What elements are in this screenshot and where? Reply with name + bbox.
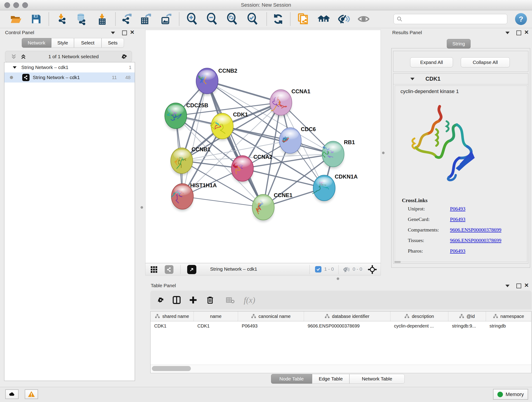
entry-expander-icon[interactable] [410,78,414,80]
tab-edge-table[interactable]: Edge Table [312,374,349,384]
table-settings-gear-icon[interactable] [155,295,166,305]
splitter-handle[interactable] [336,277,339,280]
gene-entry-body: cyclin-dependent kinase 1 [395,85,527,262]
panel-collapse-icon[interactable] [505,32,510,34]
table-row[interactable]: CDK1 CDK1 P06493 9606.ENSP00000378699 cy… [151,321,531,331]
zoom-fit-button[interactable] [226,12,239,26]
splitter-handle[interactable] [382,152,385,154]
network-graph[interactable]: CCNB2CCNA1CDC25BCDK1CDC6RB1CCNB1CCNA2CDK… [146,30,380,263]
refresh-button[interactable] [272,12,285,26]
collapse-all-chevrons-icon[interactable] [20,53,27,60]
column-header[interactable]: description [390,312,448,321]
splitter-handle[interactable] [140,206,143,209]
selected-checkbox-icon[interactable] [315,266,322,273]
zoom-in-icon [186,13,198,25]
tab-network-table[interactable]: Network Table [349,374,405,384]
network-row[interactable]: String Network – cdk1 11 48 [4,72,135,83]
control-panel: Control Panel ✕ Network Style Select Set… [0,28,136,382]
open-session-button[interactable] [9,12,22,26]
expand-all-chevrons-icon[interactable] [10,53,17,60]
zoom-out-button[interactable] [206,12,219,26]
network-node-count: 11 [112,75,117,80]
horizontal-scrollbar-thumb[interactable] [394,261,401,263]
crosslink-link[interactable]: 9606.ENSP00000378699 [450,227,501,233]
import-network-from-database-button[interactable] [75,12,88,26]
column-header[interactable]: name [194,312,238,321]
collection-count: 1 [129,65,132,70]
panel-float-icon[interactable] [516,31,521,35]
clone-network-button[interactable] [297,12,310,26]
export-network-button[interactable] [120,12,133,26]
zoom-selected-button[interactable] [246,12,259,26]
search-box[interactable] [394,14,507,24]
tab-node-table[interactable]: Node Table [271,374,312,384]
panel-collapse-icon[interactable] [505,285,510,287]
panel-float-icon[interactable] [122,31,127,35]
network-tree: String Network – cdk1 1 String Network –… [4,62,135,381]
tree-expander-icon[interactable] [13,66,17,69]
hierarchy-icon [459,314,464,319]
network-canvas[interactable]: CCNB2CCNA1CDC25BCDK1CDC6RB1CCNB1CCNA2CDK… [145,30,381,263]
panel-close-icon[interactable]: ✕ [130,30,134,34]
open-in-window-button[interactable] [187,265,196,274]
hide-selected-button[interactable] [337,12,350,26]
import-table-button[interactable] [95,12,109,26]
panel-close-icon[interactable]: ✕ [524,283,529,287]
tab-network[interactable]: Network [22,38,51,48]
node-table: shared name name canonical name database… [150,311,532,373]
zoom-in-button[interactable] [186,12,199,26]
tab-string[interactable]: String [447,39,471,49]
network-list-view-icon[interactable] [165,265,173,274]
tab-style[interactable]: Style [51,38,74,48]
first-neighbors-button[interactable] [317,12,330,26]
search-icon [397,16,403,22]
export-image-button[interactable] [159,12,173,26]
show-all-button[interactable] [357,12,370,26]
svg-text:RB1: RB1 [344,139,355,145]
toolbar-separator [290,12,291,26]
protein-structure-image [402,99,480,186]
column-header[interactable]: database identifier [304,312,390,321]
crosslink-link[interactable]: P06493 [450,216,465,222]
memory-button[interactable]: Memory [493,389,528,400]
gene-entry-box: CDK1 cyclin-dependent kinase 1 [393,73,528,264]
results-panel-title: Results Panel [392,30,422,35]
search-input[interactable] [405,16,502,22]
column-header[interactable]: shared name [151,312,194,321]
memory-status-dot-icon [497,392,503,397]
delete-column-trash-icon[interactable] [205,295,215,305]
export-image-icon [160,13,172,25]
panel-float-icon[interactable] [516,283,521,288]
save-session-button[interactable] [30,12,43,26]
help-label: ? [519,15,523,23]
birds-eye-crosshair-icon[interactable] [367,264,377,276]
warnings-button[interactable] [25,389,38,399]
add-column-icon[interactable] [188,295,198,305]
crosslink-label: Pharos: [408,248,423,254]
crosslink-link[interactable]: P06493 [450,248,465,254]
gene-entry-header[interactable]: CDK1 [393,74,528,84]
column-header[interactable]: canonical name [238,312,304,321]
panel-close-icon[interactable]: ✕ [524,30,529,34]
tab-select[interactable]: Select [74,38,101,48]
expand-all-button[interactable]: Expand All [410,57,453,67]
crosslink-link[interactable]: P06493 [450,206,465,212]
toolbar-separator [338,265,339,274]
network-collection-row[interactable]: String Network – cdk1 1 [4,62,135,72]
scrollbar-thumb[interactable] [152,366,191,371]
toolbar-separator [180,265,181,274]
gear-icon[interactable] [120,53,128,61]
export-table-button[interactable] [139,12,152,26]
tab-sets[interactable]: Sets [101,38,124,48]
import-network-button[interactable] [56,12,69,26]
help-button[interactable]: ? [515,13,527,25]
crosslink-link[interactable]: 9606.ENSP00000378699 [450,237,501,243]
cloud-button[interactable] [5,389,19,399]
column-header[interactable]: @id [448,312,486,321]
panel-collapse-icon[interactable] [111,32,115,34]
show-columns-icon[interactable] [171,295,182,305]
collapse-all-button[interactable]: Collapse All [461,57,510,67]
table-horizontal-scrollbar[interactable] [151,365,531,372]
column-header[interactable]: namespace [486,312,531,321]
grid-view-icon[interactable] [150,266,158,274]
